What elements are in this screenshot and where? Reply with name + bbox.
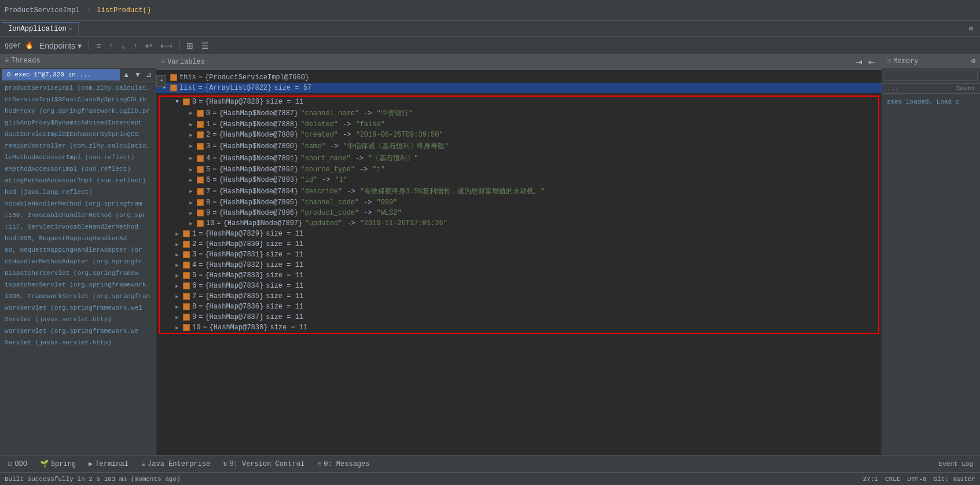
thread-item[interactable]: vocableHandlerMethod (org.springfram bbox=[0, 198, 156, 210]
crlf-indicator[interactable]: CRLE bbox=[885, 476, 900, 483]
expand-icon[interactable]: ▶ bbox=[188, 121, 194, 128]
expand-icon[interactable]: ▶ bbox=[174, 314, 181, 321]
var-row-8[interactable]: ▶ 8 = {HashMap@7836} size = 11 bbox=[160, 302, 878, 312]
var-row-0-3[interactable]: ▶ 3 = {HashMap$Node@7890} "name" -> "中信保… bbox=[160, 140, 878, 152]
thread-item[interactable]: hodProxy (org.springframework.cglib.pr bbox=[0, 105, 156, 117]
thread-item[interactable]: eMethodAccessorImpl (sun.reflect) bbox=[0, 163, 156, 175]
memory-search-input[interactable] bbox=[884, 71, 978, 81]
collapse-all-btn[interactable]: ⇤ bbox=[867, 57, 877, 67]
expand-icon[interactable]: ▶ bbox=[174, 324, 181, 331]
tab-version-control[interactable]: ⇅ 9: Version Control bbox=[217, 458, 310, 470]
thread-item[interactable]: 1006, FrameworkServlet (org.springfram bbox=[0, 291, 156, 302]
var-row-7[interactable]: ▶ 7 = {HashMap@7835} size = 11 bbox=[160, 291, 878, 302]
expand-icon[interactable]: ▶ bbox=[188, 199, 194, 206]
var-row-0-4[interactable]: ▶ 4 = {HashMap$Node@7891} "short_name" -… bbox=[160, 152, 878, 164]
thread-item[interactable]: remiumController (com.zlhy.calculation. bbox=[0, 140, 156, 152]
endpoints-btn[interactable]: Endpoints ▾ bbox=[37, 40, 84, 52]
thread-item[interactable]: :117, ServletInvocableHandlerMethod bbox=[0, 221, 156, 233]
service-name[interactable]: ProductServiceImpl bbox=[5, 6, 80, 14]
tab-messages[interactable]: ≡ 0: Messages bbox=[311, 458, 375, 470]
var-row-0[interactable]: ▼ 0 = {HashMap@7828} size = 11 bbox=[160, 97, 878, 107]
expand-icon[interactable]: ▶ bbox=[174, 303, 181, 310]
tab-todo[interactable]: ☑ ODO bbox=[2, 458, 33, 470]
step-out-btn[interactable]: ↑ bbox=[131, 40, 140, 52]
thread-item[interactable]: glibAopProxy$DynamicAdvisedIntercept bbox=[0, 117, 156, 128]
run-to-cursor-btn[interactable]: ↩ bbox=[143, 40, 155, 52]
var-row-list[interactable]: ▼ list = {ArrayList@7822} size = 57 bbox=[156, 83, 882, 93]
var-row-5[interactable]: ▶ 5 = {HashMap@7833} size = 11 bbox=[160, 270, 878, 281]
memory-load-note[interactable]: sses loaded. Load c bbox=[882, 94, 980, 110]
thread-item[interactable]: Servlet (javax.servlet.http) bbox=[0, 337, 156, 348]
encoding-indicator[interactable]: UTF-8 bbox=[907, 476, 926, 483]
tab-close-icon[interactable]: ✕ bbox=[69, 25, 72, 32]
expand-icon[interactable]: ▼ bbox=[174, 98, 181, 105]
var-row-0-7[interactable]: ▶ 7 = {HashMap$Node@7894} "describe" -> … bbox=[160, 185, 878, 197]
var-row-10[interactable]: ▶ 10 = {HashMap@7838} size = 11 bbox=[160, 322, 878, 333]
var-row-0-2[interactable]: ▶ 2 = {HashMap$Node@7889} "created" -> "… bbox=[160, 130, 878, 140]
evaluate-btn[interactable]: ⟻ bbox=[158, 40, 174, 52]
var-row-1[interactable]: ▶ 1 = {HashMap@7829} size = 11 bbox=[160, 229, 878, 239]
expand-icon[interactable]: ▶ bbox=[188, 220, 194, 227]
align-left-btn[interactable]: ≡ bbox=[94, 40, 103, 52]
var-row-9[interactable]: ▶ 9 = {HashMap@7837} size = 11 bbox=[160, 312, 878, 322]
thread-item[interactable]: ispatcherServlet (org.springframework. bbox=[0, 279, 156, 291]
expand-icon[interactable]: ▶ bbox=[188, 131, 194, 138]
thread-item[interactable]: atingMethodAccessorImpl (sun.reflect) bbox=[0, 175, 156, 186]
expand-icon[interactable]: ▶ bbox=[188, 110, 194, 117]
tab-java-enterprise[interactable]: ☕ Java Enterprise bbox=[135, 458, 216, 470]
thread-item[interactable]: DispatcherServlet (org.springframew bbox=[0, 267, 156, 279]
var-row-0-6[interactable]: ▶ 6 = {HashMap$Node@7893} "id" -> "1" bbox=[160, 175, 878, 185]
settings-icon[interactable]: ⚙ bbox=[964, 24, 978, 33]
expand-icon[interactable]: ▶ bbox=[188, 210, 194, 216]
var-row-0-9[interactable]: ▶ 9 = {HashMap$Node@7896} "product_code"… bbox=[160, 208, 878, 218]
thread-up-btn[interactable]: ▲ bbox=[121, 70, 131, 79]
selected-thread[interactable]: 0-exec-1"@7,320 in ... bbox=[2, 69, 120, 80]
thread-item[interactable]: Servlet (javax.servlet.http) bbox=[0, 314, 156, 325]
thread-item[interactable]: :150, InvocableHandlerMethod (org.spr bbox=[0, 210, 156, 221]
expand-icon[interactable]: ▶ bbox=[188, 177, 194, 183]
expand-icon[interactable]: ▶ bbox=[174, 272, 181, 279]
var-row-0-1[interactable]: ▶ 1 = {HashMap$Node@7888} "deleted" -> "… bbox=[160, 119, 878, 130]
var-row-2[interactable]: ▶ 2 = {HashMap@7830} size = 11 bbox=[160, 239, 878, 249]
thread-item[interactable]: leMethodAccessorImpl (sun.reflect) bbox=[0, 152, 156, 163]
expand-icon[interactable]: ▶ bbox=[174, 241, 181, 248]
tab-terminal[interactable]: ▶ Terminal bbox=[83, 458, 134, 470]
var-row-0-0[interactable]: ▶ 0 = {HashMap$Node@7887} "channel_name"… bbox=[160, 107, 878, 119]
tab-ion-application[interactable]: IonApplication ✕ bbox=[2, 22, 79, 35]
expand-icon[interactable]: ▶ bbox=[174, 293, 181, 300]
tab-spring[interactable]: 🌱 Spring bbox=[34, 458, 82, 470]
thread-filter-btn[interactable]: ⊿ bbox=[144, 70, 153, 79]
var-row-0-5[interactable]: ▶ 5 = {HashMap$Node@7892} "source_type" … bbox=[160, 164, 878, 175]
expand-icon[interactable]: ▶ bbox=[188, 155, 194, 162]
expand-all-btn[interactable]: ⇥ bbox=[854, 57, 864, 67]
thread-item[interactable]: ductServiceImpl$$EnhancerBySpringCG bbox=[0, 128, 156, 140]
var-row-4[interactable]: ▶ 4 = {HashMap@7832} size = 11 bbox=[160, 260, 878, 270]
method-name[interactable]: listProduct() bbox=[97, 6, 151, 14]
thread-item[interactable]: ctHandlerMethodAdapter (org.springfr bbox=[0, 256, 156, 267]
thread-item[interactable]: hod (java.lang.reflect) bbox=[0, 186, 156, 198]
thread-item[interactable]: workServlet (org.springframework.wel bbox=[0, 302, 156, 314]
var-row-0-8[interactable]: ▶ 8 = {HashMap$Node@7895} "channel_code"… bbox=[160, 197, 878, 208]
expand-icon[interactable]: ▶ bbox=[188, 166, 194, 173]
thread-item[interactable]: hod:895, RequestMappingHandlerAd bbox=[0, 233, 156, 244]
expand-icon[interactable]: ▶ bbox=[188, 143, 194, 150]
expand-icon[interactable]: ▶ bbox=[174, 230, 181, 237]
event-log-label[interactable]: Event Log bbox=[934, 461, 978, 468]
table-view-btn[interactable]: ⊞ bbox=[184, 40, 196, 52]
thread-item[interactable]: ctServiceImpl$$FastClassBySpringCGLib bbox=[0, 94, 156, 105]
step-into-btn[interactable]: ↓ bbox=[119, 40, 127, 52]
list-view-btn[interactable]: ☰ bbox=[199, 40, 211, 52]
var-row-this[interactable]: ▶ this = {ProductServiceImpl@7660} bbox=[156, 72, 882, 83]
var-row-3[interactable]: ▶ 3 = {HashMap@7831} size = 11 bbox=[160, 249, 878, 260]
expand-icon[interactable]: ▶ bbox=[174, 251, 181, 258]
memory-settings-icon[interactable]: ⚙ bbox=[971, 57, 975, 65]
var-row-0-10[interactable]: ▶ 10 = {HashMap$Node@7897} "updated" -> … bbox=[160, 218, 878, 229]
thread-item[interactable]: workServlet (org.springframework.we bbox=[0, 325, 156, 337]
thread-item[interactable]: productServiceImpl (com.zlhy.calculation… bbox=[0, 82, 156, 94]
thread-item[interactable]: 08, RequestMappingHandlerAdapter (or bbox=[0, 244, 156, 256]
thread-down-btn[interactable]: ▼ bbox=[133, 70, 143, 79]
expand-icon[interactable]: ▶ bbox=[174, 282, 181, 289]
git-branch[interactable]: Git: master bbox=[933, 476, 975, 483]
step-over-btn[interactable]: ↑ bbox=[107, 40, 115, 52]
var-row-6[interactable]: ▶ 6 = {HashMap@7834} size = 11 bbox=[160, 281, 878, 291]
